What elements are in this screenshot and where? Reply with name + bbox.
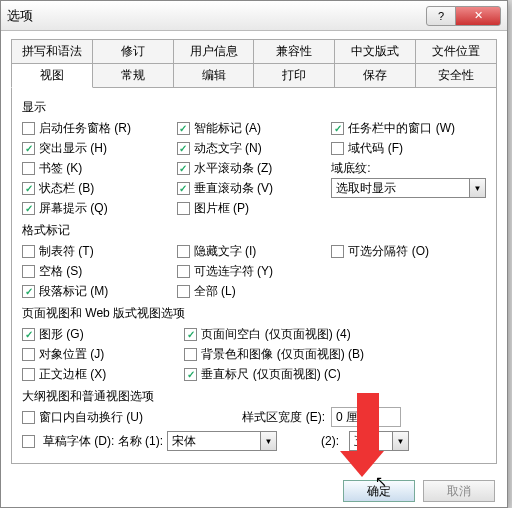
help-button[interactable]: ? <box>426 6 456 26</box>
lab-spaces: 空格 (S) <box>39 263 82 280</box>
lab-taskbarwin: 任务栏中的窗口 (W) <box>348 120 455 137</box>
ok-button[interactable]: 确定 <box>343 480 415 502</box>
lab-hscroll: 水平滚动条 (Z) <box>194 160 273 177</box>
cb-spaces[interactable] <box>22 265 35 278</box>
lab-screentips: 屏幕提示 (Q) <box>39 200 108 217</box>
cb-highlight[interactable] <box>22 142 35 155</box>
lab-bookmarks: 书签 (K) <box>39 160 82 177</box>
section-outline-title: 大纲视图和普通视图选项 <box>22 388 486 405</box>
cb-graphics[interactable] <box>22 328 35 341</box>
tab-view[interactable]: 视图 <box>11 63 93 88</box>
chevron-down-icon[interactable]: ▼ <box>392 432 408 450</box>
lab-textborder: 正文边框 (X) <box>39 366 106 383</box>
cb-startup-taskpane[interactable] <box>22 122 35 135</box>
tab-filelocation[interactable]: 文件位置 <box>415 39 497 64</box>
lab-fieldcodes: 域代码 (F) <box>348 140 403 157</box>
lab-objpos: 对象位置 (J) <box>39 346 104 363</box>
lab-bgcolor: 背景色和图像 (仅页面视图) (B) <box>201 346 364 363</box>
lab-wrap: 窗口内自动换行 (U) <box>39 409 143 426</box>
lab-highlight: 突出显示 (H) <box>39 140 107 157</box>
tab-general[interactable]: 常规 <box>92 63 174 88</box>
lab-smarttags: 智能标记 (A) <box>194 120 261 137</box>
tab-pane: 显示 启动任务窗格 (R) 突出显示 (H) 书签 (K) 状态栏 (B) 屏幕… <box>11 87 497 464</box>
tab-chinese[interactable]: 中文版式 <box>334 39 416 64</box>
lab-optbreak: 可选分隔符 (O) <box>348 243 429 260</box>
section-pageweb-title: 页面视图和 Web 版式视图选项 <box>22 305 486 322</box>
titlebar: 选项 ? ✕ <box>1 1 507 31</box>
select-fontsize[interactable]: 五号 ▼ <box>349 431 409 451</box>
cb-statusbar[interactable] <box>22 182 35 195</box>
lab-vscroll: 垂直滚动条 (V) <box>194 180 273 197</box>
options-dialog: 选项 ? ✕ 拼写和语法 修订 用户信息 兼容性 中文版式 文件位置 视图 常规… <box>0 0 508 508</box>
cb-opthyphen[interactable] <box>177 265 190 278</box>
tab-revisions[interactable]: 修订 <box>92 39 174 64</box>
cb-tabs[interactable] <box>22 245 35 258</box>
tab-security[interactable]: 安全性 <box>415 63 497 88</box>
lab-picframes: 图片框 (P) <box>194 200 249 217</box>
cb-hiddentext[interactable] <box>177 245 190 258</box>
cb-all[interactable] <box>177 285 190 298</box>
lab-graphics: 图形 (G) <box>39 326 84 343</box>
cb-textborder[interactable] <box>22 368 35 381</box>
cb-whitespace[interactable] <box>184 328 197 341</box>
cb-vscroll[interactable] <box>177 182 190 195</box>
close-button[interactable]: ✕ <box>455 6 501 26</box>
lab-hiddentext: 隐藏文字 (I) <box>194 243 257 260</box>
tab-userinfo[interactable]: 用户信息 <box>173 39 255 64</box>
lab-stylewidth: 样式区宽度 (E): <box>242 409 325 426</box>
tab-print[interactable]: 打印 <box>253 63 335 88</box>
cb-picframes[interactable] <box>177 202 190 215</box>
cb-taskbarwin[interactable] <box>331 122 344 135</box>
cb-screentips[interactable] <box>22 202 35 215</box>
chevron-down-icon[interactable]: ▼ <box>469 179 485 197</box>
cb-draft[interactable] <box>22 435 35 448</box>
cb-bgcolor[interactable] <box>184 348 197 361</box>
select-fontname-value: 宋体 <box>168 433 260 450</box>
tab-row-1: 拼写和语法 修订 用户信息 兼容性 中文版式 文件位置 <box>11 39 497 64</box>
cancel-button[interactable]: 取消 <box>423 480 495 502</box>
lab-opthyphen: 可选连字符 (Y) <box>194 263 273 280</box>
cb-objpos[interactable] <box>22 348 35 361</box>
lab-draft: 草稿字体 (D): 名称 (1): <box>43 433 163 450</box>
lab-all: 全部 (L) <box>194 283 236 300</box>
select-fieldshading[interactable]: 选取时显示 ▼ <box>331 178 486 198</box>
lab-animtext: 动态文字 (N) <box>194 140 262 157</box>
lab-fieldshading: 域底纹: <box>331 160 370 177</box>
cb-wrap[interactable] <box>22 411 35 424</box>
section-display-title: 显示 <box>22 99 486 116</box>
cb-smarttags[interactable] <box>177 122 190 135</box>
lab-paragraph: 段落标记 (M) <box>39 283 108 300</box>
lab-size: (2): <box>321 434 339 448</box>
cb-vruler[interactable] <box>184 368 197 381</box>
lab-tabs: 制表符 (T) <box>39 243 94 260</box>
select-fontsize-value: 五号 <box>350 433 392 450</box>
cb-paragraph[interactable] <box>22 285 35 298</box>
cb-optbreak[interactable] <box>331 245 344 258</box>
section-marks-title: 格式标记 <box>22 222 486 239</box>
lab-statusbar: 状态栏 (B) <box>39 180 94 197</box>
tab-compat[interactable]: 兼容性 <box>253 39 335 64</box>
cb-bookmarks[interactable] <box>22 162 35 175</box>
tab-container: 拼写和语法 修订 用户信息 兼容性 中文版式 文件位置 视图 常规 编辑 打印 … <box>11 39 497 464</box>
window-title: 选项 <box>7 7 427 25</box>
tab-row-2: 视图 常规 编辑 打印 保存 安全性 <box>11 63 497 88</box>
lab-vruler: 垂直标尺 (仅页面视图) (C) <box>201 366 340 383</box>
select-fieldshading-value: 选取时显示 <box>332 180 469 197</box>
tab-edit[interactable]: 编辑 <box>173 63 255 88</box>
lab-whitespace: 页面间空白 (仅页面视图) (4) <box>201 326 350 343</box>
lab-startup-taskpane: 启动任务窗格 (R) <box>39 120 131 137</box>
select-fontname[interactable]: 宋体 ▼ <box>167 431 277 451</box>
tab-spelling[interactable]: 拼写和语法 <box>11 39 93 64</box>
tab-save[interactable]: 保存 <box>334 63 416 88</box>
dialog-footer: 确定 取消 <box>1 474 507 508</box>
cb-animtext[interactable] <box>177 142 190 155</box>
cb-hscroll[interactable] <box>177 162 190 175</box>
input-stylewidth[interactable]: 0 厘米 <box>331 407 401 427</box>
chevron-down-icon[interactable]: ▼ <box>260 432 276 450</box>
cb-fieldcodes[interactable] <box>331 142 344 155</box>
